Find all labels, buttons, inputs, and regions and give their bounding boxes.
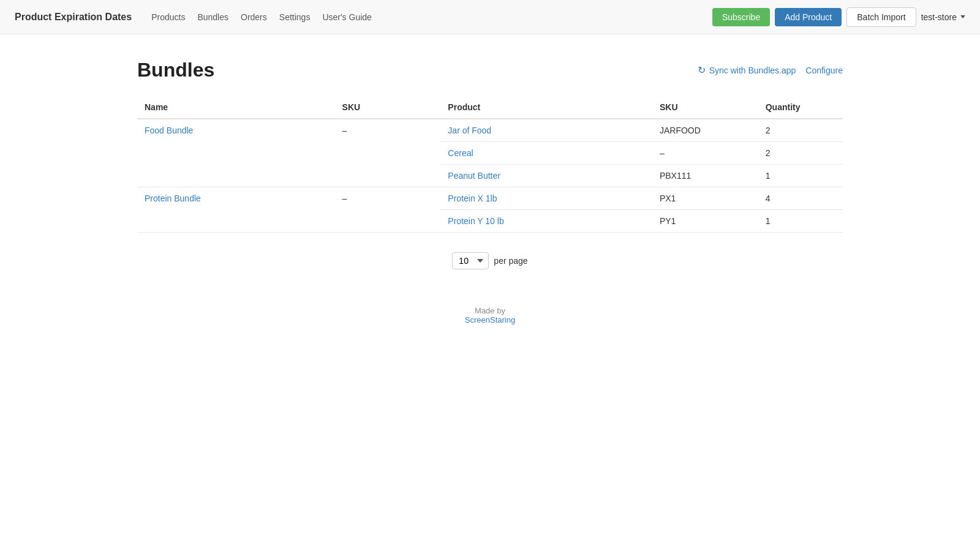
per-page-select[interactable]: 102550100	[452, 252, 489, 269]
footer: Made by ScreenStaring	[137, 306, 843, 324]
header-actions: ↻ Sync with Bundles.app Configure	[698, 64, 843, 76]
nav-products[interactable]: Products	[151, 12, 185, 22]
nav-bundles[interactable]: Bundles	[197, 12, 228, 22]
page-header: Bundles ↻ Sync with Bundles.app Configur…	[137, 59, 843, 81]
bundle-sku: –	[335, 119, 441, 187]
product-sku: PBX111	[652, 165, 758, 187]
col-header-quantity: Quantity	[758, 96, 843, 119]
configure-link[interactable]: Configure	[805, 66, 843, 75]
main-content: Bundles ↻ Sync with Bundles.app Configur…	[123, 34, 858, 349]
product-link[interactable]: Peanut Butter	[448, 171, 500, 181]
col-header-name: Name	[137, 96, 335, 119]
batch-import-button[interactable]: Batch Import	[846, 7, 916, 27]
product-quantity: 1	[758, 210, 843, 233]
sync-label: Sync with Bundles.app	[709, 66, 796, 75]
footer-company-link[interactable]: ScreenStaring	[465, 315, 515, 324]
product-sku: PY1	[652, 210, 758, 233]
product-sku: –	[652, 142, 758, 165]
subscribe-button[interactable]: Subscribe	[712, 8, 770, 26]
product-quantity: 1	[758, 165, 843, 187]
col-header-product-sku: SKU	[652, 96, 758, 119]
table-row: Protein Bundle–Protein X 1lbPX14	[137, 187, 843, 210]
table-header: Name SKU Product SKU Quantity	[137, 96, 843, 119]
bundles-table: Name SKU Product SKU Quantity Food Bundl…	[137, 96, 843, 233]
nav-orders[interactable]: Orders	[241, 12, 267, 22]
navbar: Product Expiration Dates Products Bundle…	[0, 0, 980, 34]
product-link[interactable]: Protein X 1lb	[448, 193, 497, 203]
navbar-brand: Product Expiration Dates	[15, 12, 132, 23]
store-name: test-store	[921, 12, 957, 22]
per-page-label: per page	[494, 256, 527, 266]
pagination-area: 102550100 per page	[137, 252, 843, 269]
store-selector[interactable]: test-store	[921, 12, 965, 22]
bundle-sku: –	[335, 187, 441, 233]
add-product-button[interactable]: Add Product	[775, 8, 842, 26]
col-header-product: Product	[440, 96, 652, 119]
navbar-actions: Subscribe Add Product Batch Import test-…	[712, 7, 965, 27]
nav-links: Products Bundles Orders Settings User's …	[151, 12, 698, 22]
nav-users-guide[interactable]: User's Guide	[322, 12, 371, 22]
product-quantity: 2	[758, 142, 843, 165]
sync-button[interactable]: ↻ Sync with Bundles.app	[698, 64, 796, 76]
nav-settings[interactable]: Settings	[279, 12, 311, 22]
col-header-sku: SKU	[335, 96, 441, 119]
sync-icon: ↻	[698, 64, 706, 76]
table-row: Food Bundle–Jar of FoodJARFOOD2	[137, 119, 843, 142]
product-sku: JARFOOD	[652, 119, 758, 142]
product-sku: PX1	[652, 187, 758, 210]
table-body: Food Bundle–Jar of FoodJARFOOD2Cereal–2P…	[137, 119, 843, 233]
bundle-name-link[interactable]: Protein Bundle	[145, 193, 201, 203]
chevron-down-icon	[960, 15, 965, 18]
product-quantity: 2	[758, 119, 843, 142]
made-by-text: Made by	[137, 306, 843, 315]
product-link[interactable]: Protein Y 10 lb	[448, 216, 503, 226]
product-link[interactable]: Cereal	[448, 148, 473, 158]
product-link[interactable]: Jar of Food	[448, 126, 491, 135]
page-title: Bundles	[137, 59, 214, 81]
bundle-name-link[interactable]: Food Bundle	[145, 126, 193, 135]
product-quantity: 4	[758, 187, 843, 210]
